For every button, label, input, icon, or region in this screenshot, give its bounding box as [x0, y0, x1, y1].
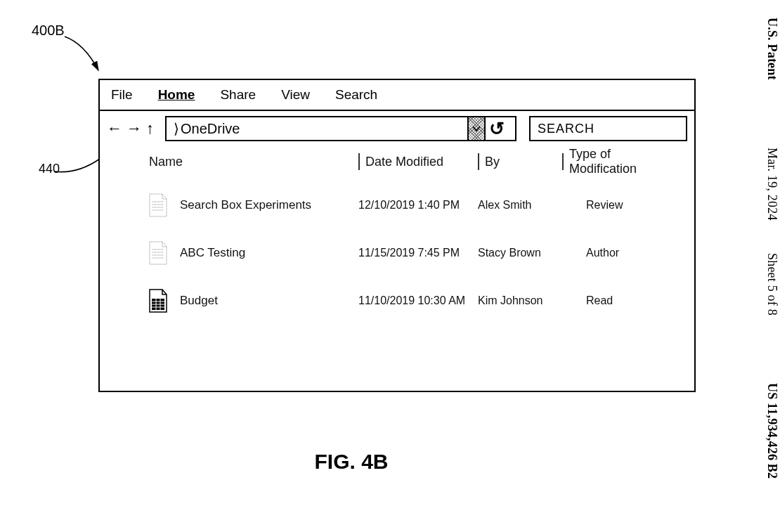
ref-label-400B: 400B	[32, 22, 65, 39]
file-name: Budget	[180, 294, 218, 308]
menu-view[interactable]: View	[281, 87, 310, 103]
patent-header-sheet: Sheet 5 of 8	[765, 253, 779, 316]
patent-header-region: U.S. Patent Mar. 19, 2024 Sheet 5 of 8 U…	[738, 0, 780, 532]
file-name: ABC Testing	[180, 246, 245, 260]
nav-forward-button[interactable]: →	[125, 119, 143, 138]
figure-caption: FIG. 4B	[0, 450, 703, 474]
column-name[interactable]: Name	[148, 153, 358, 170]
document-icon	[148, 240, 169, 266]
file-by: Alex Smith	[478, 199, 562, 212]
file-explorer-window: File Home Share View Search ← → ↑ ⟩ OneD…	[98, 79, 696, 392]
file-date: 12/10/2019 1:40 PM	[358, 199, 478, 212]
address-dropdown-button[interactable]	[467, 117, 484, 140]
patent-header-date: Mar. 19, 2024	[765, 148, 779, 221]
refresh-icon: ↻	[489, 119, 505, 138]
file-by: Stacy Brown	[478, 247, 562, 259]
column-date[interactable]: Date Modified	[358, 153, 478, 170]
ref-label-440: 440	[39, 162, 60, 176]
file-list-region: Name Date Modified By Type of Modificati…	[148, 153, 684, 325]
toolbar: ← → ↑ ⟩ OneDrive ↻ SEARCH	[100, 111, 694, 146]
chevron-down-icon	[472, 124, 481, 133]
nav-back-button[interactable]: ←	[105, 119, 124, 138]
address-bar[interactable]: ⟩ OneDrive ↻	[165, 116, 516, 141]
spreadsheet-icon	[148, 288, 169, 313]
patent-header-title: U.S. Patent	[765, 18, 779, 80]
list-item[interactable]: ABC Testing 11/15/2019 7:45 PM Stacy Bro…	[148, 229, 684, 277]
column-header-row: Name Date Modified By Type of Modificati…	[148, 153, 684, 170]
nav-up-button[interactable]: ↑	[145, 119, 155, 138]
file-modtype: Review	[562, 199, 682, 212]
menu-search[interactable]: Search	[335, 87, 377, 103]
menu-bar: File Home Share View Search	[100, 80, 694, 111]
column-by[interactable]: By	[478, 153, 562, 170]
menu-file[interactable]: File	[111, 87, 133, 103]
file-modtype: Read	[562, 294, 682, 307]
file-date: 11/15/2019 7:45 PM	[358, 247, 478, 259]
file-list: Search Box Experiments 12/10/2019 1:40 P…	[148, 181, 684, 325]
file-date: 11/10/2019 10:30 AM	[358, 294, 478, 307]
nav-arrows: ← → ↑	[105, 119, 155, 138]
column-type[interactable]: Type of Modification	[562, 153, 682, 170]
file-modtype: Author	[562, 247, 682, 259]
list-item[interactable]: Budget 11/10/2019 10:30 AM Kim Johnson R…	[148, 277, 684, 325]
file-name: Search Box Experiments	[180, 198, 311, 212]
breadcrumb[interactable]: OneDrive	[181, 121, 240, 137]
file-by: Kim Johnson	[478, 294, 562, 307]
refresh-button[interactable]: ↻	[484, 117, 508, 140]
patent-header-number: US 11,934,426 B2	[765, 383, 779, 479]
search-input[interactable]: SEARCH	[529, 116, 687, 141]
search-placeholder: SEARCH	[538, 122, 594, 136]
document-icon	[148, 193, 169, 218]
chevron-right-icon: ⟩	[174, 120, 179, 137]
list-item[interactable]: Search Box Experiments 12/10/2019 1:40 P…	[148, 181, 684, 229]
menu-share[interactable]: Share	[220, 87, 256, 103]
menu-home[interactable]: Home	[158, 87, 195, 103]
